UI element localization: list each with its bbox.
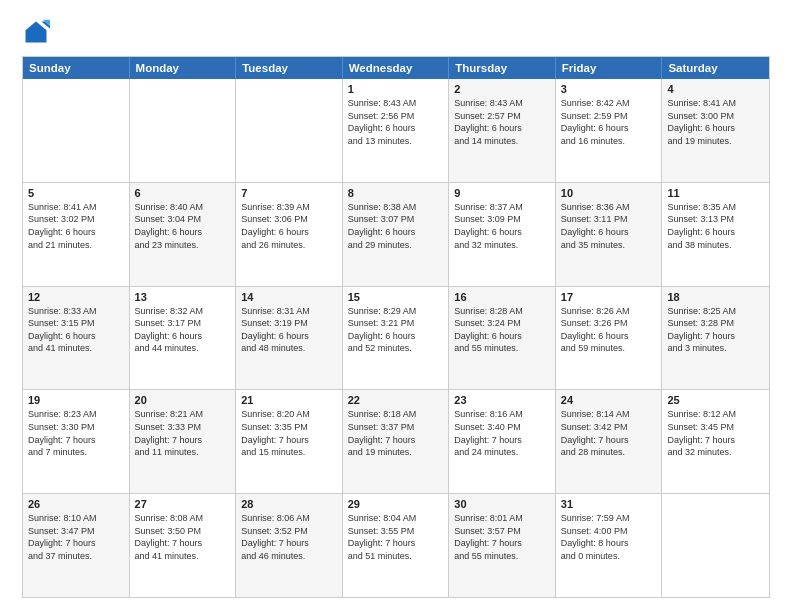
day-cell-20: 20Sunrise: 8:21 AM Sunset: 3:33 PM Dayli… (130, 390, 237, 493)
day-cell-10: 10Sunrise: 8:36 AM Sunset: 3:11 PM Dayli… (556, 183, 663, 286)
day-cell-2: 2Sunrise: 8:43 AM Sunset: 2:57 PM Daylig… (449, 79, 556, 182)
logo (22, 18, 54, 46)
day-number: 8 (348, 187, 444, 199)
day-cell-7: 7Sunrise: 8:39 AM Sunset: 3:06 PM Daylig… (236, 183, 343, 286)
day-number: 26 (28, 498, 124, 510)
calendar-row-2: 5Sunrise: 8:41 AM Sunset: 3:02 PM Daylig… (23, 182, 769, 286)
day-number: 5 (28, 187, 124, 199)
day-cell-26: 26Sunrise: 8:10 AM Sunset: 3:47 PM Dayli… (23, 494, 130, 597)
calendar-row-4: 19Sunrise: 8:23 AM Sunset: 3:30 PM Dayli… (23, 389, 769, 493)
day-cell-17: 17Sunrise: 8:26 AM Sunset: 3:26 PM Dayli… (556, 287, 663, 390)
day-cell-8: 8Sunrise: 8:38 AM Sunset: 3:07 PM Daylig… (343, 183, 450, 286)
day-cell-11: 11Sunrise: 8:35 AM Sunset: 3:13 PM Dayli… (662, 183, 769, 286)
weekday-header-thursday: Thursday (449, 57, 556, 79)
day-number: 11 (667, 187, 764, 199)
day-number: 30 (454, 498, 550, 510)
day-cell-5: 5Sunrise: 8:41 AM Sunset: 3:02 PM Daylig… (23, 183, 130, 286)
page: SundayMondayTuesdayWednesdayThursdayFrid… (0, 0, 792, 612)
day-cell-27: 27Sunrise: 8:08 AM Sunset: 3:50 PM Dayli… (130, 494, 237, 597)
day-cell-12: 12Sunrise: 8:33 AM Sunset: 3:15 PM Dayli… (23, 287, 130, 390)
logo-icon (22, 18, 50, 46)
day-info: Sunrise: 8:26 AM Sunset: 3:26 PM Dayligh… (561, 305, 657, 355)
day-cell-25: 25Sunrise: 8:12 AM Sunset: 3:45 PM Dayli… (662, 390, 769, 493)
day-cell-14: 14Sunrise: 8:31 AM Sunset: 3:19 PM Dayli… (236, 287, 343, 390)
day-number: 2 (454, 83, 550, 95)
day-number: 23 (454, 394, 550, 406)
day-number: 7 (241, 187, 337, 199)
day-number: 3 (561, 83, 657, 95)
header (22, 18, 770, 46)
weekday-header-monday: Monday (130, 57, 237, 79)
day-cell-23: 23Sunrise: 8:16 AM Sunset: 3:40 PM Dayli… (449, 390, 556, 493)
day-cell-24: 24Sunrise: 8:14 AM Sunset: 3:42 PM Dayli… (556, 390, 663, 493)
weekday-header-sunday: Sunday (23, 57, 130, 79)
day-number: 16 (454, 291, 550, 303)
day-number: 20 (135, 394, 231, 406)
day-cell-30: 30Sunrise: 8:01 AM Sunset: 3:57 PM Dayli… (449, 494, 556, 597)
calendar-body: 1Sunrise: 8:43 AM Sunset: 2:56 PM Daylig… (23, 79, 769, 597)
day-cell-15: 15Sunrise: 8:29 AM Sunset: 3:21 PM Dayli… (343, 287, 450, 390)
day-cell-21: 21Sunrise: 8:20 AM Sunset: 3:35 PM Dayli… (236, 390, 343, 493)
day-number: 19 (28, 394, 124, 406)
day-number: 31 (561, 498, 657, 510)
empty-cell (662, 494, 769, 597)
day-cell-13: 13Sunrise: 8:32 AM Sunset: 3:17 PM Dayli… (130, 287, 237, 390)
calendar-header: SundayMondayTuesdayWednesdayThursdayFrid… (23, 57, 769, 79)
day-number: 4 (667, 83, 764, 95)
weekday-header-saturday: Saturday (662, 57, 769, 79)
day-info: Sunrise: 8:10 AM Sunset: 3:47 PM Dayligh… (28, 512, 124, 562)
day-number: 14 (241, 291, 337, 303)
day-info: Sunrise: 8:41 AM Sunset: 3:02 PM Dayligh… (28, 201, 124, 251)
day-info: Sunrise: 8:28 AM Sunset: 3:24 PM Dayligh… (454, 305, 550, 355)
day-info: Sunrise: 8:12 AM Sunset: 3:45 PM Dayligh… (667, 408, 764, 458)
day-info: Sunrise: 8:32 AM Sunset: 3:17 PM Dayligh… (135, 305, 231, 355)
day-info: Sunrise: 8:14 AM Sunset: 3:42 PM Dayligh… (561, 408, 657, 458)
day-number: 10 (561, 187, 657, 199)
day-info: Sunrise: 7:59 AM Sunset: 4:00 PM Dayligh… (561, 512, 657, 562)
day-info: Sunrise: 8:40 AM Sunset: 3:04 PM Dayligh… (135, 201, 231, 251)
day-cell-1: 1Sunrise: 8:43 AM Sunset: 2:56 PM Daylig… (343, 79, 450, 182)
day-info: Sunrise: 8:38 AM Sunset: 3:07 PM Dayligh… (348, 201, 444, 251)
day-info: Sunrise: 8:41 AM Sunset: 3:00 PM Dayligh… (667, 97, 764, 147)
day-number: 17 (561, 291, 657, 303)
day-info: Sunrise: 8:29 AM Sunset: 3:21 PM Dayligh… (348, 305, 444, 355)
calendar-row-1: 1Sunrise: 8:43 AM Sunset: 2:56 PM Daylig… (23, 79, 769, 182)
day-number: 21 (241, 394, 337, 406)
day-number: 13 (135, 291, 231, 303)
day-number: 24 (561, 394, 657, 406)
day-info: Sunrise: 8:31 AM Sunset: 3:19 PM Dayligh… (241, 305, 337, 355)
day-number: 25 (667, 394, 764, 406)
empty-cell (236, 79, 343, 182)
calendar-row-3: 12Sunrise: 8:33 AM Sunset: 3:15 PM Dayli… (23, 286, 769, 390)
day-number: 1 (348, 83, 444, 95)
day-info: Sunrise: 8:39 AM Sunset: 3:06 PM Dayligh… (241, 201, 337, 251)
day-cell-29: 29Sunrise: 8:04 AM Sunset: 3:55 PM Dayli… (343, 494, 450, 597)
calendar-row-5: 26Sunrise: 8:10 AM Sunset: 3:47 PM Dayli… (23, 493, 769, 597)
day-number: 28 (241, 498, 337, 510)
day-number: 12 (28, 291, 124, 303)
day-cell-22: 22Sunrise: 8:18 AM Sunset: 3:37 PM Dayli… (343, 390, 450, 493)
svg-marker-0 (26, 22, 47, 43)
empty-cell (130, 79, 237, 182)
empty-cell (23, 79, 130, 182)
day-cell-4: 4Sunrise: 8:41 AM Sunset: 3:00 PM Daylig… (662, 79, 769, 182)
calendar: SundayMondayTuesdayWednesdayThursdayFrid… (22, 56, 770, 598)
day-info: Sunrise: 8:18 AM Sunset: 3:37 PM Dayligh… (348, 408, 444, 458)
weekday-header-tuesday: Tuesday (236, 57, 343, 79)
day-number: 9 (454, 187, 550, 199)
day-info: Sunrise: 8:36 AM Sunset: 3:11 PM Dayligh… (561, 201, 657, 251)
day-cell-3: 3Sunrise: 8:42 AM Sunset: 2:59 PM Daylig… (556, 79, 663, 182)
day-cell-19: 19Sunrise: 8:23 AM Sunset: 3:30 PM Dayli… (23, 390, 130, 493)
day-cell-18: 18Sunrise: 8:25 AM Sunset: 3:28 PM Dayli… (662, 287, 769, 390)
day-cell-9: 9Sunrise: 8:37 AM Sunset: 3:09 PM Daylig… (449, 183, 556, 286)
day-info: Sunrise: 8:08 AM Sunset: 3:50 PM Dayligh… (135, 512, 231, 562)
day-number: 15 (348, 291, 444, 303)
day-info: Sunrise: 8:20 AM Sunset: 3:35 PM Dayligh… (241, 408, 337, 458)
day-info: Sunrise: 8:43 AM Sunset: 2:57 PM Dayligh… (454, 97, 550, 147)
day-cell-31: 31Sunrise: 7:59 AM Sunset: 4:00 PM Dayli… (556, 494, 663, 597)
day-info: Sunrise: 8:42 AM Sunset: 2:59 PM Dayligh… (561, 97, 657, 147)
day-number: 27 (135, 498, 231, 510)
day-info: Sunrise: 8:06 AM Sunset: 3:52 PM Dayligh… (241, 512, 337, 562)
day-number: 18 (667, 291, 764, 303)
day-info: Sunrise: 8:01 AM Sunset: 3:57 PM Dayligh… (454, 512, 550, 562)
